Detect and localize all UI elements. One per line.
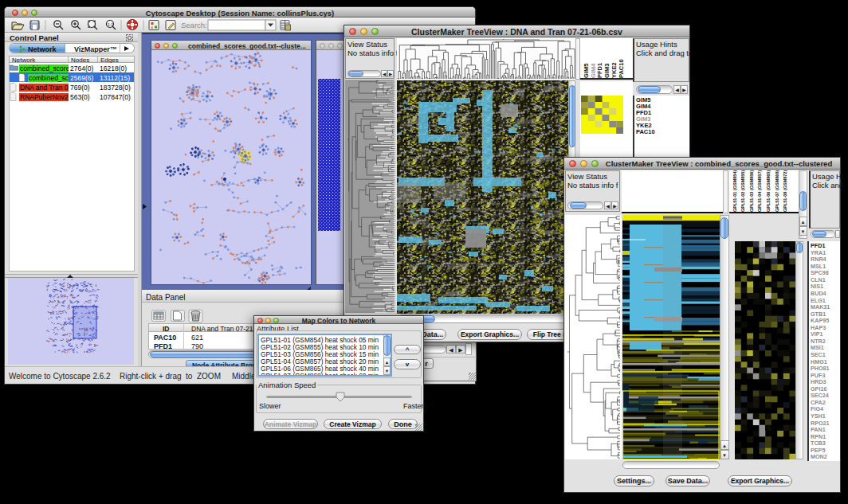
svg-text:GPL51-06 (GSM865): GPL51-06 (GSM865) xyxy=(766,170,771,212)
svg-text:GPL51-08 (GSM872): GPL51-08 (GSM872) xyxy=(783,170,787,212)
svg-text:GIM3: GIM3 xyxy=(603,64,610,78)
svg-text:GPL51-04 (GSM857): GPL51-04 (GSM857) xyxy=(757,170,762,212)
svg-text:GIM4: GIM4 xyxy=(590,63,597,78)
svg-text:GPL51-07 (GSM868): GPL51-07 (GSM868) xyxy=(775,170,779,212)
svg-text:PFD1: PFD1 xyxy=(596,63,603,78)
svg-text:PAC10: PAC10 xyxy=(618,59,625,78)
svg-text:Search:: Search: xyxy=(181,21,207,29)
svg-text:GIM5: GIM5 xyxy=(583,64,590,78)
svg-text:GPL51-02 (GSM855): GPL51-02 (GSM855) xyxy=(740,170,745,212)
svg-text:GPL51-03 (GSM856): GPL51-03 (GSM856) xyxy=(749,170,754,212)
svg-text:YKE2: YKE2 xyxy=(610,62,618,78)
svg-text:GPL51-01 (GSM854): GPL51-01 (GSM854) xyxy=(732,170,737,212)
svg-text:MON2: MON2 xyxy=(811,453,827,460)
svg-text:1:1: 1:1 xyxy=(108,22,113,27)
